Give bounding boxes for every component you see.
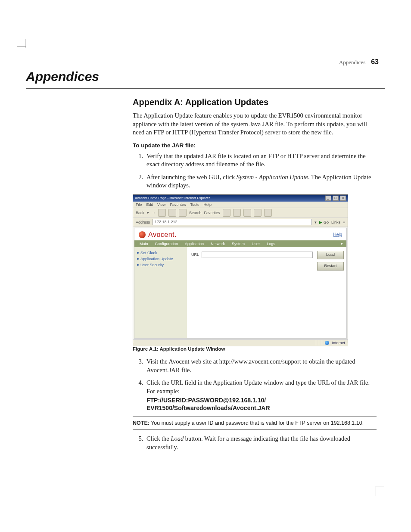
button-panel: Load Restart [317, 247, 346, 338]
sidebar-item-app-update[interactable]: Application Update [137, 257, 184, 261]
tab-system[interactable]: System [228, 241, 248, 247]
tab-network[interactable]: Network [207, 241, 228, 247]
procedure-heading: To update the JAR file: [133, 142, 377, 149]
refresh-icon[interactable] [168, 209, 176, 217]
procedure-list: Verify that the updated JAR file is loca… [133, 152, 377, 190]
example-url: FTP://USERID:PASSWORD@192.168.1.10/ EVR1… [146, 396, 377, 412]
step-5: Click the Load button. Wait for a messag… [145, 435, 377, 451]
avocent-logo-icon [139, 231, 146, 238]
side-nav: Set Clock Application Update User Securi… [134, 247, 187, 338]
tab-main[interactable]: Main [136, 241, 152, 247]
main-panel: URL [187, 247, 317, 338]
print-icon[interactable] [243, 209, 251, 217]
maximize-icon[interactable]: □ [333, 196, 339, 201]
address-bar: Address 172.18.1.212 ▾ ▶Go Links » [133, 218, 348, 227]
page-number: 63 [371, 58, 379, 65]
crop-mark [375, 486, 384, 486]
menu-edit[interactable]: Edit [146, 202, 153, 207]
tab-row: Main Configuration Application Network S… [134, 240, 346, 247]
brand-logo: Avocent. [139, 231, 177, 239]
note-box: NOTE: You must supply a user ID and pass… [133, 417, 377, 430]
crop-mark [17, 47, 26, 47]
url-label: URL [191, 252, 199, 257]
go-button[interactable]: ▶Go [319, 220, 329, 224]
tab-configuration[interactable]: Configuration [152, 241, 182, 247]
divider [26, 88, 385, 89]
menu-file[interactable]: File [136, 202, 142, 207]
window-titlebar: Avocent Home Page - Microsoft Internet E… [133, 195, 348, 202]
procedure-list-cont2: Click the Load button. Wait for a messag… [133, 435, 377, 451]
status-bar: Internet [133, 339, 348, 346]
sidebar-item-set-clock[interactable]: Set Clock [137, 251, 184, 255]
sidebar-item-user-security[interactable]: User Security [137, 263, 184, 267]
menu-help[interactable]: Help [203, 202, 212, 207]
toolbar: Back ▾ → Search Favorites [133, 208, 348, 218]
back-button[interactable]: Back [136, 211, 144, 215]
step-3: Visit the Avocent web site at http://www… [145, 358, 377, 374]
help-link[interactable]: Help [333, 232, 342, 237]
intro-paragraph: The Application Update feature enables y… [133, 112, 377, 137]
running-header: Appendices 63 [26, 58, 379, 66]
load-button[interactable]: Load [317, 251, 344, 259]
url-input[interactable] [202, 252, 313, 258]
header-section: Appendices [339, 59, 365, 65]
window-controls: _ □ × [325, 196, 346, 201]
chapter-title: Appendices [26, 69, 385, 84]
edit-icon[interactable] [254, 209, 262, 217]
note-label: NOTE: [133, 420, 149, 426]
tab-logs[interactable]: Logs [263, 241, 279, 247]
address-input[interactable]: 172.18.1.212 [153, 219, 312, 225]
discuss-icon[interactable] [264, 209, 272, 217]
home-icon[interactable] [179, 209, 187, 217]
window-title: Avocent Home Page - Microsoft Internet E… [135, 196, 210, 200]
crop-mark [376, 487, 376, 496]
step-1: Verify that the updated JAR file is loca… [145, 152, 377, 169]
menu-tools[interactable]: Tools [190, 202, 199, 207]
figure-screenshot: Avocent Home Page - Microsoft Internet E… [133, 194, 348, 343]
note-text: You must supply a user ID and password t… [149, 420, 364, 426]
step-2: After launching the web GUI, click Syste… [145, 173, 377, 190]
page-content: Avocent. Help Main Configuration Applica… [134, 228, 347, 339]
globe-icon [325, 341, 329, 345]
menubar: File Edit View Favorites Tools Help [133, 202, 348, 208]
history-icon[interactable] [223, 209, 230, 217]
close-icon[interactable]: × [340, 196, 346, 201]
procedure-list-cont: Visit the Avocent web site at http://www… [133, 358, 377, 412]
search-button[interactable]: Search [189, 211, 202, 215]
mail-icon[interactable] [233, 209, 241, 217]
tab-user[interactable]: User [248, 241, 263, 247]
minimize-icon[interactable]: _ [325, 196, 331, 201]
restart-button[interactable]: Restart [317, 262, 344, 271]
menu-favorites[interactable]: Favorites [170, 202, 186, 207]
step-4: Click the URL field in the Application U… [145, 379, 377, 412]
status-zone: Internet [332, 341, 345, 345]
address-label: Address [136, 220, 150, 224]
menu-view[interactable]: View [157, 202, 165, 207]
favorites-button[interactable]: Favorites [204, 211, 220, 215]
tab-application[interactable]: Application [181, 241, 207, 247]
links-label[interactable]: Links [331, 220, 340, 224]
section-heading: Appendix A: Application Updates [133, 97, 377, 107]
figure-caption: Figure A.1: Application Update Window [133, 346, 377, 352]
stop-icon[interactable] [158, 209, 166, 217]
